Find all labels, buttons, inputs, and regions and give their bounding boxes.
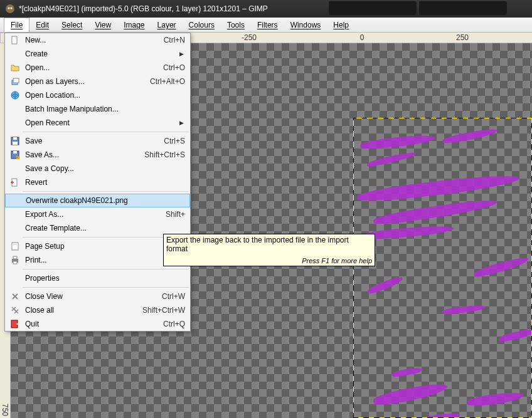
revert-icon [10,177,20,187]
close-icon [10,291,20,301]
separator [23,287,189,288]
label: Save a Copy... [25,164,185,173]
menu-item-open[interactable]: Open... Ctrl+O [5,61,190,75]
label: Quit [25,320,151,328]
menu-item-export-as[interactable]: Export As... Shift+ [5,207,190,221]
menu-edit[interactable]: Edit [29,18,55,32]
tooltip-help: Press F1 for more help [166,257,372,264]
menu-view[interactable]: View [88,18,117,32]
shortcut: Ctrl+N [151,36,185,44]
svg-point-0 [6,4,14,13]
blank-icon [10,118,20,128]
separator [23,269,189,269]
submenu-arrow-icon: ▶ [179,51,184,57]
label: Create [25,50,185,58]
svg-point-1 [8,8,10,9]
label: New... [25,36,151,44]
shortcut: Ctrl+O [151,63,185,72]
label: Close View [25,292,149,301]
image-selection-marquee [353,118,532,418]
menu-item-properties[interactable]: Properties [5,271,190,285]
menu-item-new[interactable]: New... Ctrl+N [5,33,190,47]
shortcut: Shift+Ctrl+W [130,306,185,315]
svg-rect-11 [13,151,17,154]
menu-tools[interactable]: Tools [221,18,251,32]
taskbar-other-windows [329,1,507,15]
shortcut: Ctrl+Q [151,320,185,328]
blank-icon [10,209,20,219]
titlebar: *[cloakpN49E021] (imported)-5.0 (RGB col… [0,0,532,18]
menu-file[interactable]: File [4,18,29,32]
label: Save [25,137,151,145]
page-setup-icon [10,241,20,251]
label: Overwrite cloakpN49E021.png [26,196,184,205]
gimp-logo-icon [5,4,15,14]
menu-image[interactable]: Image [117,18,151,32]
blank-icon [10,164,20,174]
file-dropdown-menu: New... Ctrl+N Create ▶ Open... Ctrl+O Op… [4,33,191,332]
label: Open Location... [25,91,185,100]
tooltip: Export the image back to the imported fi… [163,234,375,266]
menu-item-save[interactable]: Save Ctrl+S [5,134,190,148]
menu-item-open-location[interactable]: Open Location... [5,88,190,102]
menu-item-save-copy[interactable]: Save a Copy... [5,162,190,175]
svg-rect-16 [13,256,17,259]
label: Print... [25,256,151,264]
label: Open as Layers... [25,77,137,86]
shortcut: Ctrl+Alt+O [137,77,185,86]
menubar: File Edit Select View Image Layer Colour… [0,18,532,33]
menu-item-revert[interactable]: Revert [5,175,190,189]
close-all-icon [10,305,20,315]
new-file-icon [10,35,20,45]
menu-filters[interactable]: Filters [251,18,284,32]
ruler-tick: 750 [1,404,9,416]
save-as-icon [10,150,20,160]
globe-icon [10,90,20,100]
menu-item-batch[interactable]: Batch Image Manipulation... [5,102,190,116]
separator [23,132,189,132]
taskbar-item[interactable] [329,1,417,15]
svg-rect-14 [13,244,17,245]
svg-point-2 [11,8,13,9]
save-icon [10,136,20,146]
blank-icon [10,104,20,114]
shortcut: Ctrl+W [149,292,185,301]
print-icon [10,255,20,265]
label: Open... [25,63,151,72]
menu-item-quit[interactable]: Quit Ctrl+Q [5,317,190,331]
svg-rect-17 [13,261,17,264]
label: Close all [25,306,130,315]
menu-item-save-as[interactable]: Save As... Shift+Ctrl+S [5,148,190,162]
quit-icon [10,319,20,329]
open-folder-icon [10,63,20,73]
ruler-tick: -250 [242,33,257,42]
label: Create Template... [25,224,185,233]
label: Revert [25,178,185,187]
blank-icon [10,223,20,233]
window-title: *[cloakpN49E021] (imported)-5.0 (RGB col… [19,4,268,13]
label: Batch Image Manipulation... [25,105,185,113]
label: Save As... [25,150,132,159]
menu-item-page-setup[interactable]: Page Setup [5,239,190,253]
menu-item-close-all[interactable]: Close all Shift+Ctrl+W [5,303,190,317]
svg-rect-5 [13,78,19,83]
menu-item-overwrite[interactable]: Overwrite cloakpN49E021.png [5,194,190,207]
menu-layer[interactable]: Layer [151,18,183,32]
menu-select[interactable]: Select [55,18,88,32]
menu-colours[interactable]: Colours [183,18,221,32]
blank-icon [11,196,21,206]
menu-help[interactable]: Help [327,18,355,32]
menu-windows[interactable]: Windows [284,18,327,32]
menu-item-print[interactable]: Print... Ctrl+P [5,253,190,267]
shortcut: Shift+ [153,210,185,219]
menu-item-create[interactable]: Create ▶ [5,47,190,61]
menu-item-close-view[interactable]: Close View Ctrl+W [5,290,190,303]
label: Page Setup [25,242,185,251]
taskbar-item[interactable] [419,1,507,15]
shortcut: Ctrl+S [151,137,185,145]
menu-item-open-recent[interactable]: Open Recent ▶ [5,116,190,130]
blank-icon [10,49,20,59]
menu-item-open-as-layers[interactable]: Open as Layers... Ctrl+Alt+O [5,75,190,88]
shortcut: Shift+Ctrl+S [132,150,185,159]
menu-item-create-template[interactable]: Create Template... [5,221,190,235]
